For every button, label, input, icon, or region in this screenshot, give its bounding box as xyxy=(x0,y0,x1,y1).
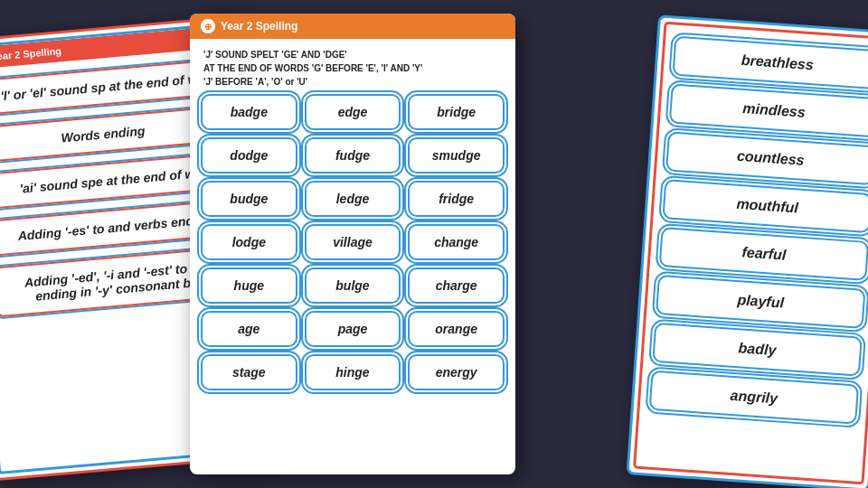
word-card: village xyxy=(305,224,401,260)
middle-card-subtitle: 'J' SOUND SPELT 'GE' AND 'DGE' AT THE EN… xyxy=(190,39,515,94)
subtitle-line1: 'J' SOUND SPELT 'GE' AND 'DGE' xyxy=(203,48,502,61)
word-card: fudge xyxy=(305,137,401,174)
card-middle: ⊕ Year 2 Spelling 'J' SOUND SPELT 'GE' A… xyxy=(190,14,515,474)
right-word-item: fearful xyxy=(659,227,868,281)
subtitle-line2: AT THE END OF WORDS 'G' BEFORE 'E', 'I' … xyxy=(203,61,502,75)
word-card: edge xyxy=(305,94,401,130)
word-card: dodge xyxy=(201,137,297,174)
card-right-inner: breathless mindless countless mouthful f… xyxy=(633,22,868,485)
word-card: bridge xyxy=(408,94,505,130)
word-card: stage xyxy=(201,354,297,390)
word-card: change xyxy=(408,224,505,260)
word-card: age xyxy=(201,311,297,347)
word-card: bulge xyxy=(305,267,401,304)
word-card: ledge xyxy=(305,181,401,217)
middle-card-header: ⊕ Year 2 Spelling xyxy=(190,14,515,39)
subtitle-line3: 'J' BEFORE 'A', 'O' or 'U' xyxy=(203,75,502,89)
word-card: budge xyxy=(201,181,297,217)
word-card: huge xyxy=(201,267,297,304)
word-card: badge xyxy=(201,94,297,130)
right-word-item: countless xyxy=(665,131,868,185)
right-word-item: mouthful xyxy=(662,179,868,233)
logo-icon: ⊕ xyxy=(201,19,215,33)
word-card: smudge xyxy=(408,137,505,174)
word-card: fridge xyxy=(408,181,505,217)
word-card: energy xyxy=(408,354,505,390)
right-word-item: playful xyxy=(656,275,866,329)
right-word-item: breathless xyxy=(672,36,868,90)
card-right: breathless mindless countless mouthful f… xyxy=(627,14,868,488)
word-card: charge xyxy=(408,267,505,304)
right-word-item: angrily xyxy=(649,371,860,425)
scene: Year 2 Spelling 'l' or 'el' sound sp at … xyxy=(0,0,868,488)
right-word-item: badly xyxy=(652,323,863,377)
middle-card-title: Year 2 Spelling xyxy=(221,20,297,33)
word-card: lodge xyxy=(201,224,297,260)
word-grid: badge edge bridge dodge fudge smudge bud… xyxy=(190,94,515,399)
word-card: page xyxy=(305,311,401,347)
left-card-title: Year 2 Spelling xyxy=(0,45,61,62)
word-card: hinge xyxy=(305,354,401,390)
right-word-item: mindless xyxy=(669,83,868,137)
word-card: orange xyxy=(408,311,505,347)
